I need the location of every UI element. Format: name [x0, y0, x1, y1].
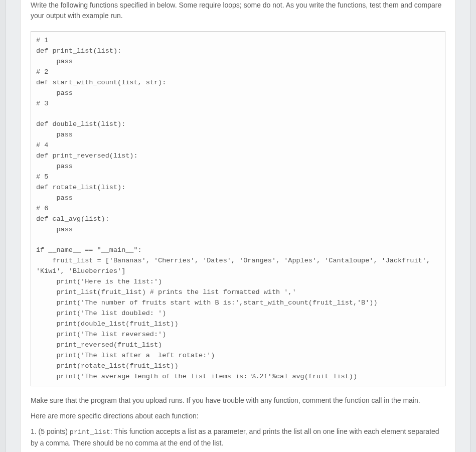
left-margin-bar: [0, 0, 6, 452]
page-container: Write the following functions specified …: [20, 0, 456, 452]
upload-note: Make sure that the program that you uplo…: [31, 395, 445, 406]
right-margin-bar: [470, 0, 476, 452]
function-item-1: 1. (5 points) print_list: This function …: [31, 426, 445, 448]
item-prefix: 1. (5 points): [31, 427, 70, 435]
content-area: Write the following functions specified …: [31, 0, 445, 452]
item-fn: print_list: [70, 428, 110, 436]
intro-paragraph: Write the following functions specified …: [31, 0, 445, 26]
code-block: # 1 def print_list(list): pass # 2 def s…: [31, 31, 445, 386]
directions-header: Here are more specific directions about …: [31, 411, 445, 421]
